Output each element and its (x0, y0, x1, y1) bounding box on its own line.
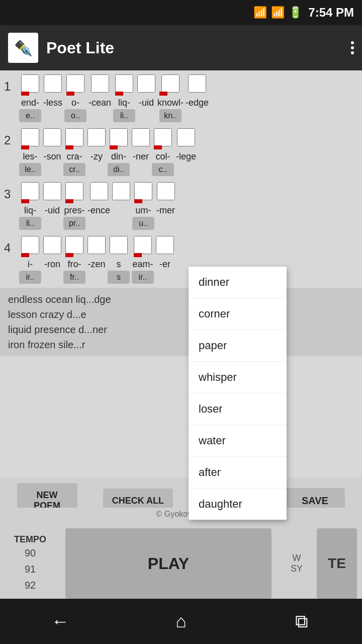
checkbox-4-4[interactable] (87, 236, 106, 254)
checkbox-4-7[interactable] (156, 236, 174, 254)
word-cells-3: liq- li.. -uid pres- pr.. -ence (19, 182, 358, 230)
dropdown-item-corner[interactable]: corner (189, 298, 287, 330)
word-cell-1-6: -uid (137, 74, 155, 122)
checkbox-3-4[interactable] (90, 182, 108, 200)
battery-icon: 🔋 (289, 6, 302, 19)
checkbox-2-3[interactable] (65, 128, 83, 146)
checkbox-4-6[interactable] (134, 236, 152, 254)
word-bubble-3-3[interactable]: pr.. (63, 217, 85, 230)
word-bubble-3-6[interactable]: u.. (132, 217, 154, 230)
copyright: © Gyokov S... (0, 508, 362, 521)
checkbox-1-1[interactable] (21, 74, 39, 93)
word-dropdown[interactable]: dinner corner paper whisper loser water … (189, 267, 287, 520)
word-bubble-4-1[interactable]: ir.. (19, 271, 41, 284)
word-label-1-8: -edge (186, 98, 209, 108)
word-bubble-2-7[interactable]: c.. (152, 163, 174, 176)
checkbox-4-2[interactable] (43, 236, 61, 254)
word-label-3-6: um- (136, 205, 151, 216)
word-cell-2-5: din- di.. (108, 128, 130, 176)
word-bubble-1-7[interactable]: kn.. (159, 109, 182, 122)
checkbox-1-3[interactable] (66, 74, 84, 93)
checkbox-1-5[interactable] (115, 74, 133, 93)
checkbox-4-1[interactable] (21, 236, 39, 254)
nav-bar: ← ⌂ ⧉ (0, 599, 362, 644)
checkbox-2-7[interactable] (154, 128, 172, 146)
word-cell-4-5: s s (108, 236, 130, 284)
word-bubble-4-5[interactable]: s (108, 271, 130, 284)
recent-apps-button[interactable]: ⧉ (282, 606, 322, 636)
marker-1-5 (115, 92, 123, 96)
word-label-1-6: -uid (139, 98, 154, 108)
dropdown-item-water[interactable]: water (189, 425, 287, 457)
dropdown-item-loser[interactable]: loser (189, 393, 287, 425)
checkbox-2-4[interactable] (87, 128, 106, 146)
home-button[interactable]: ⌂ (161, 606, 201, 636)
dropdown-item-paper[interactable]: paper (189, 330, 287, 362)
marker-2-7 (154, 145, 162, 149)
word-bubble-1-3[interactable]: o.. (64, 109, 86, 122)
word-label-2-6: -ner (133, 151, 149, 162)
poem-row-1: 1 end- e.. -less o- o.. -cean (0, 70, 362, 124)
checkbox-3-1[interactable] (21, 182, 39, 200)
checkbox-2-6[interactable] (132, 128, 150, 146)
te-section: TE (317, 528, 357, 599)
back-button[interactable]: ← (40, 606, 80, 636)
checkbox-1-8[interactable] (188, 74, 206, 93)
sy-label: SY (291, 564, 303, 574)
dropdown-item-after[interactable]: after (189, 457, 287, 489)
word-bubble-1-5[interactable]: li.. (113, 109, 135, 122)
tempo-value-1: 90 (25, 545, 36, 561)
te-label: TE (328, 555, 346, 572)
checkbox-1-2[interactable] (44, 74, 62, 93)
poem-row-2: 2 les- le.. -son cra- cr.. -zy (0, 124, 362, 178)
dropdown-item-whisper[interactable]: whisper (189, 362, 287, 393)
word-bubble-2-3[interactable]: cr.. (63, 163, 85, 176)
checkbox-3-6[interactable] (134, 182, 152, 200)
tempo-value-2: 91 (25, 561, 36, 577)
word-label-1-7: knowl- (157, 98, 184, 108)
checkbox-3-5[interactable] (112, 182, 130, 200)
row-number-2: 2 (4, 128, 19, 147)
tempo-label: TEMPO (14, 534, 46, 545)
checkbox-2-5[interactable] (110, 128, 128, 146)
word-bubble-2-5[interactable]: di.. (108, 163, 130, 176)
play-button[interactable]: PLAY (65, 528, 272, 599)
main-content: 1 end- e.. -less o- o.. -cean (0, 70, 362, 604)
checkbox-3-7[interactable] (157, 182, 175, 200)
word-label-4-6: eam- (132, 259, 153, 270)
word-cell-3-6: um- u.. (132, 182, 154, 230)
home-icon: ⌂ (175, 611, 187, 632)
overflow-menu-button[interactable] (351, 41, 354, 54)
word-cell-4-7: -er (156, 236, 174, 284)
checkbox-3-2[interactable] (43, 182, 61, 200)
word-cell-4-3: fro- fr.. (63, 236, 85, 284)
dropdown-item-daughter[interactable]: daughter (189, 489, 287, 520)
word-bubble-1-1[interactable]: e.. (19, 109, 41, 122)
marker-3-6 (134, 199, 142, 203)
poem-row-4: 4 i- ir.. -ron fro- fr.. -zen (0, 232, 362, 286)
word-bubble-3-1[interactable]: li.. (19, 217, 41, 230)
checkbox-2-8[interactable] (177, 128, 195, 146)
checkbox-3-3[interactable] (65, 182, 83, 200)
word-label-1-2: -less (43, 98, 62, 108)
pen-icon: ✒️ (14, 39, 33, 57)
checkbox-2-2[interactable] (43, 128, 61, 146)
word-cell-2-8: -lege (176, 128, 196, 176)
word-bubble-4-3[interactable]: fr.. (63, 271, 85, 284)
word-bubble-4-6[interactable]: ir.. (132, 271, 154, 284)
checkbox-4-5[interactable] (110, 236, 128, 254)
dropdown-item-dinner[interactable]: dinner (189, 267, 287, 298)
marker-4-3 (65, 253, 73, 257)
word-label-1-3: o- (71, 98, 79, 108)
checkbox-1-4[interactable] (91, 74, 109, 93)
app-icon: ✒️ (8, 33, 38, 63)
dot3 (351, 51, 354, 54)
row-number-1: 1 (4, 74, 19, 94)
word-cells-1: end- e.. -less o- o.. -cean liq- l (19, 74, 358, 122)
checkbox-2-1[interactable] (21, 128, 39, 146)
checkbox-1-6[interactable] (137, 74, 155, 93)
checkbox-1-7[interactable] (161, 74, 179, 93)
word-cell-3-5 (112, 182, 130, 230)
checkbox-4-3[interactable] (65, 236, 83, 254)
word-bubble-2-1[interactable]: le.. (19, 163, 41, 176)
